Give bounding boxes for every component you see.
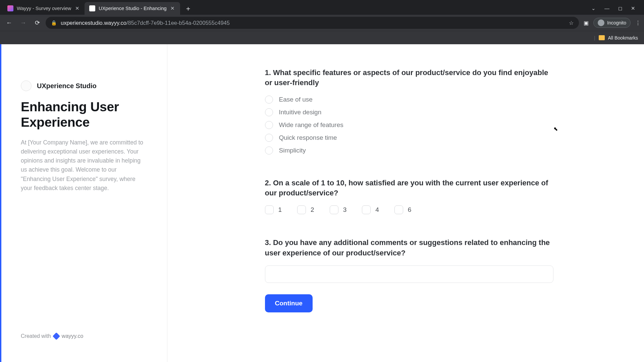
url-text: uxperiencestudio.wayyy.co/85c7dcff-7e9b-… [61,20,230,26]
comments-input[interactable] [265,265,553,283]
panel-icon[interactable]: ▣ [584,20,589,26]
radio-icon [265,108,273,116]
tab-title: Wayyy - Survey overview [17,6,71,11]
brand-name: UXperience Studio [37,82,97,90]
scale-option-4[interactable]: 4 [362,205,379,214]
continue-button[interactable]: Continue [265,294,313,312]
survey-description: At [Your Company Name], we are committed… [21,138,145,193]
option-label: Intuitive design [279,109,322,116]
all-bookmarks-link[interactable]: All Bookmarks [608,35,638,41]
new-tab-button[interactable]: ＋ [183,3,194,14]
close-tab-icon[interactable]: ✕ [74,6,80,11]
option-quick-response[interactable]: Quick response time [265,134,553,142]
option-label: 3 [343,206,347,214]
option-ease-of-use[interactable]: Ease of use [265,96,553,104]
option-label: Quick response time [279,134,337,141]
window-controls: ⌄ ― ◻ ✕ [591,5,641,11]
lock-icon: 🔒 [51,20,57,25]
incognito-badge[interactable]: Incognito [593,18,631,28]
tab-wayyy-overview[interactable]: Wayyy - Survey overview ✕ [3,2,85,15]
checkbox-icon [297,205,306,214]
question-text: 3. Do you have any additional comments o… [265,238,553,258]
radio-icon [265,134,273,142]
radio-icon [265,96,273,104]
minimize-icon[interactable]: ― [604,5,609,11]
question-text: 2. On a scale of 1 to 10, how satisfied … [265,178,553,198]
scale-option-1[interactable]: 1 [265,205,282,214]
question-1: 1. What specific features or aspects of … [265,68,553,155]
brand-logo [21,80,32,91]
sidebar-footer: Created with wayyy.co [21,333,147,352]
radio-icon [265,146,273,155]
option-label: 2 [311,206,314,214]
wayyy-link[interactable]: wayyy.co [62,333,84,339]
tab-title: UXperience Studio - Enhancing [99,6,166,11]
close-window-icon[interactable]: ✕ [631,5,635,11]
address-bar[interactable]: 🔒 uxperiencestudio.wayyy.co/85c7dcff-7e9… [46,17,579,29]
star-icon[interactable]: ☆ [569,20,574,26]
question-3: 3. Do you have any additional comments o… [265,238,553,283]
option-label: 6 [408,206,412,214]
question-text: 1. What specific features or aspects of … [265,68,553,88]
favicon-uxperience [89,5,95,11]
bookmarks-divider: | [594,35,595,41]
sidebar: UXperience Studio Enhancing User Experie… [1,44,167,362]
toolbar: ← → ⟳ 🔒 uxperiencestudio.wayyy.co/85c7dc… [0,15,644,31]
question-2: 2. On a scale of 1 to 10, how satisfied … [265,178,553,215]
url-path: /85c7dcff-7e9b-11ee-b54a-0200555c4945 [126,20,230,26]
option-simplicity[interactable]: Simplicity [265,146,553,155]
chevron-down-icon[interactable]: ⌄ [591,5,596,11]
url-host: uxperiencestudio.wayyy.co [61,20,126,26]
back-button[interactable]: ← [3,17,15,28]
folder-icon [599,35,605,40]
reload-button[interactable]: ⟳ [32,17,43,28]
checkbox-icon [265,205,274,214]
option-wide-range[interactable]: Wide range of features [265,121,553,129]
option-intuitive-design[interactable]: Intuitive design [265,108,553,116]
scale-option-2[interactable]: 2 [297,205,314,214]
checkbox-icon [330,205,338,214]
option-label: Wide range of features [279,121,343,129]
tab-uxperience[interactable]: UXperience Studio - Enhancing ✕ [85,2,180,15]
wayyy-logo-icon [53,333,60,340]
maximize-icon[interactable]: ◻ [618,5,622,11]
bookmarks-bar: | All Bookmarks [0,31,644,44]
scale-option-6[interactable]: 6 [394,205,412,214]
forward-button[interactable]: → [17,17,29,28]
close-tab-icon[interactable]: ✕ [170,6,175,11]
checkbox-icon [394,205,403,214]
option-label: 1 [278,206,282,214]
main-content: 1. What specific features or aspects of … [167,44,644,362]
option-label: 4 [375,206,379,214]
option-label: Simplicity [279,147,306,154]
favicon-wayyy [7,5,13,11]
incognito-icon [598,19,604,26]
tab-strip: Wayyy - Survey overview ✕ UXperience Stu… [0,0,644,15]
created-with-label: Created with [21,333,51,339]
menu-icon[interactable]: ⋮ [635,20,641,26]
survey-title: Enhancing User Experience [21,99,147,130]
scale-option-3[interactable]: 3 [330,205,347,214]
incognito-label: Incognito [607,20,626,25]
radio-icon [265,121,273,129]
option-label: Ease of use [279,96,313,103]
checkbox-icon [362,205,371,214]
